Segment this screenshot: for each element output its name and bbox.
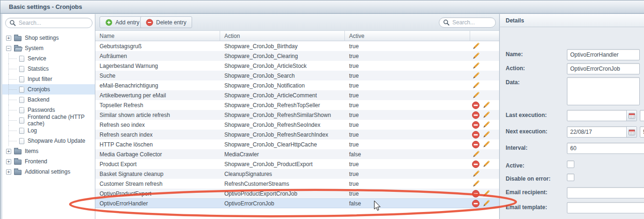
edit-pencil-icon[interactable] bbox=[472, 150, 480, 159]
minus-expander-icon[interactable]: − bbox=[6, 46, 11, 51]
tree-item[interactable]: Input filter bbox=[2, 74, 95, 84]
tree-item-label: Statstics bbox=[28, 66, 49, 72]
edit-pencil-icon[interactable] bbox=[472, 72, 480, 80]
edit-pencil-icon[interactable] bbox=[482, 121, 490, 129]
table-row[interactable]: Lagerbestand Warnung Shopware_CronJob_Ar… bbox=[95, 61, 499, 71]
row-actions bbox=[470, 42, 499, 51]
plus-expander-icon[interactable]: + bbox=[6, 159, 11, 164]
grid-search-input[interactable] bbox=[452, 19, 492, 26]
tree-item[interactable]: Backend bbox=[2, 95, 95, 105]
column-header-name[interactable]: Name bbox=[95, 31, 220, 41]
last-execution-date-input[interactable] bbox=[567, 110, 626, 121]
edit-pencil-icon[interactable] bbox=[482, 199, 490, 208]
tree-item[interactable]: Frontend cache (HTTP cache) bbox=[2, 115, 95, 125]
tree-item[interactable]: + Shop settings bbox=[2, 33, 95, 43]
edit-pencil-icon[interactable] bbox=[472, 91, 480, 100]
grid-search[interactable] bbox=[439, 17, 496, 28]
next-execution-time-input[interactable] bbox=[640, 126, 644, 138]
delete-row-icon[interactable] bbox=[472, 160, 480, 168]
tree-item[interactable]: Service bbox=[2, 53, 95, 64]
last-execution-time-input[interactable] bbox=[640, 110, 644, 121]
folder-closed-icon bbox=[14, 149, 21, 154]
cell-name: Topseller Refresh bbox=[95, 102, 220, 109]
table-row[interactable]: Basket Signature cleanup CleanupSignatur… bbox=[95, 169, 499, 179]
action-input[interactable] bbox=[567, 63, 640, 74]
edit-pencil-icon[interactable] bbox=[472, 42, 480, 51]
table-row[interactable]: Geburtstagsgruß Shopware_CronJob_Birthda… bbox=[95, 41, 499, 51]
interval-input[interactable] bbox=[567, 143, 644, 154]
table-row[interactable]: Media Garbage Collector MediaCrawler fal… bbox=[95, 149, 499, 159]
plus-expander-icon[interactable]: + bbox=[6, 36, 11, 41]
sidebar-search-input[interactable] bbox=[19, 20, 88, 26]
table-row[interactable]: Refresh search index Shopware_CronJob_Re… bbox=[95, 130, 499, 139]
edit-pencil-icon[interactable] bbox=[482, 101, 490, 110]
edit-pencil-icon[interactable] bbox=[472, 180, 480, 188]
table-row[interactable]: Customer Stream refresh RefreshCustomerS… bbox=[95, 179, 499, 189]
column-header-action[interactable]: Action bbox=[220, 31, 345, 41]
delete-entry-button[interactable]: Delete entry bbox=[140, 16, 192, 28]
next-execution-date-input[interactable] bbox=[567, 127, 626, 137]
delete-row-icon[interactable] bbox=[472, 199, 480, 208]
table-row[interactable]: OptivoErrorHandler OptivoErrorCronJob fa… bbox=[95, 198, 499, 208]
edit-pencil-icon[interactable] bbox=[482, 140, 490, 149]
table-row[interactable]: Refresh seo index Shopware_CronJob_Refre… bbox=[95, 120, 499, 130]
tree-item[interactable]: + Items bbox=[2, 146, 95, 156]
table-row[interactable]: Topseller Refresh Shopware_CronJob_Refre… bbox=[95, 100, 499, 110]
name-input[interactable] bbox=[567, 49, 640, 60]
calendar-icon[interactable] bbox=[626, 127, 637, 137]
table-row[interactable]: Suche Shopware_CronJob_Search true bbox=[95, 71, 499, 80]
disable-on-error-checkbox[interactable] bbox=[567, 174, 574, 181]
sidebar-search[interactable] bbox=[5, 18, 93, 28]
active-label: Active: bbox=[506, 162, 524, 169]
cell-action: Shopware_CronJob_RefreshTopSeller bbox=[220, 102, 345, 109]
calendar-icon[interactable] bbox=[626, 110, 637, 121]
cell-active: true bbox=[345, 82, 470, 89]
data-textarea[interactable] bbox=[567, 77, 640, 105]
email-template-label: Email template: bbox=[506, 204, 547, 211]
active-checkbox[interactable] bbox=[567, 161, 574, 168]
cell-action: Shopware_CronJob_ProductExport bbox=[220, 161, 345, 168]
edit-pencil-icon[interactable] bbox=[482, 160, 490, 168]
delete-row-icon[interactable] bbox=[472, 140, 480, 149]
tree-item[interactable]: Log bbox=[2, 125, 95, 136]
delete-row-icon[interactable] bbox=[472, 111, 480, 119]
delete-row-icon[interactable] bbox=[472, 131, 480, 139]
table-row[interactable]: Artikelbewertung per eMail Shopware_Cron… bbox=[95, 90, 499, 100]
edit-pencil-icon[interactable] bbox=[482, 190, 490, 198]
table-row[interactable]: HTTP Cache löschen Shopware_CronJob_Clea… bbox=[95, 139, 499, 149]
add-entry-button[interactable]: Add entry bbox=[100, 16, 145, 28]
cell-name: Basket Signature cleanup bbox=[95, 171, 220, 177]
tree-item[interactable]: Shopware Auto Update bbox=[2, 136, 95, 146]
cell-action: Shopware_CronJob_ArticleComment bbox=[220, 92, 345, 99]
tree-item[interactable]: + Frontend bbox=[2, 156, 95, 167]
delete-row-icon[interactable] bbox=[472, 121, 480, 129]
edit-pencil-icon[interactable] bbox=[472, 62, 480, 70]
table-row[interactable]: Aufräumen Shopware_CronJob_Clearing true bbox=[95, 51, 499, 61]
plus-expander-icon[interactable]: + bbox=[6, 149, 11, 154]
email-recipient-input[interactable] bbox=[567, 187, 644, 198]
row-actions bbox=[470, 81, 499, 90]
last-execution-label: Last execution: bbox=[506, 112, 547, 118]
edit-pencil-icon[interactable] bbox=[472, 170, 480, 178]
table-row[interactable]: Product Export Shopware_CronJob_ProductE… bbox=[95, 159, 499, 169]
column-header-active[interactable]: Active bbox=[345, 31, 470, 41]
row-actions bbox=[470, 150, 499, 159]
table-row[interactable]: eMail-Benachrichtigung Shopware_CronJob_… bbox=[95, 80, 499, 90]
delete-row-icon[interactable] bbox=[472, 190, 480, 198]
email-template-input[interactable] bbox=[567, 202, 644, 213]
row-actions bbox=[470, 160, 499, 168]
cell-name: Aufräumen bbox=[95, 53, 220, 59]
tree-item[interactable]: + Additional settings bbox=[2, 167, 95, 177]
window-titlebar[interactable]: Basic settings - Cronjobs bbox=[0, 0, 644, 14]
tree-item[interactable]: Cronjobs bbox=[2, 84, 95, 95]
table-row[interactable]: OptivoProductExport OptivoProductExportC… bbox=[95, 189, 499, 198]
plus-expander-icon[interactable]: + bbox=[6, 169, 11, 175]
delete-row-icon[interactable] bbox=[472, 101, 480, 110]
tree-item[interactable]: Statstics bbox=[2, 64, 95, 74]
tree-item[interactable]: − System bbox=[2, 43, 95, 53]
edit-pencil-icon[interactable] bbox=[472, 52, 480, 60]
edit-pencil-icon[interactable] bbox=[482, 131, 490, 139]
table-row[interactable]: Similar shown article refresh Shopware_C… bbox=[95, 110, 499, 120]
edit-pencil-icon[interactable] bbox=[472, 81, 480, 90]
edit-pencil-icon[interactable] bbox=[482, 111, 490, 119]
